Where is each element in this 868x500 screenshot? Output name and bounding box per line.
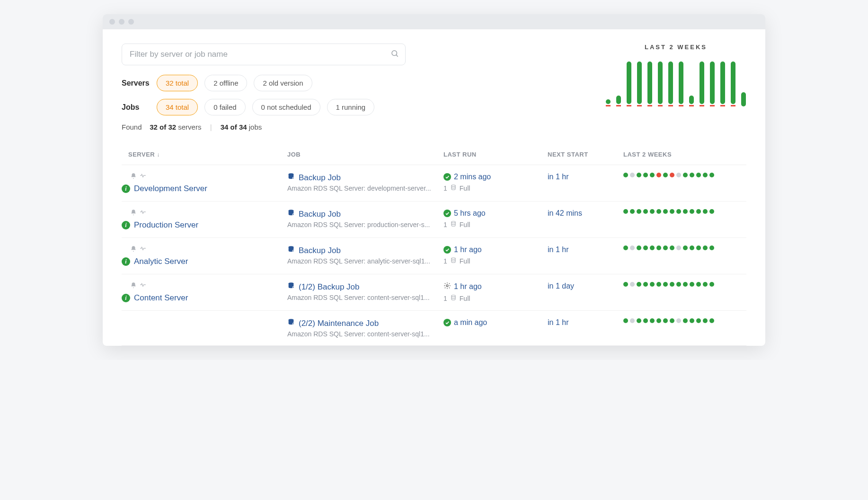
bell-icon[interactable] bbox=[130, 209, 137, 218]
check-icon bbox=[443, 173, 451, 181]
heartbeat-icon[interactable] bbox=[140, 173, 146, 181]
chart-bar-7 bbox=[678, 61, 684, 106]
history-dot bbox=[670, 282, 674, 287]
svg-point-0 bbox=[392, 51, 397, 56]
history-dot bbox=[630, 246, 635, 250]
history-dot bbox=[696, 173, 701, 177]
history-dot bbox=[696, 282, 701, 287]
job-filter-pill-1[interactable]: 0 failed bbox=[204, 99, 245, 115]
col-job[interactable]: JOB bbox=[287, 151, 443, 158]
bell-icon[interactable] bbox=[130, 246, 137, 254]
history-dot bbox=[670, 173, 674, 177]
history-dot bbox=[683, 246, 688, 250]
table-header: SERVER ↓ JOB LAST RUN NEXT START LAST 2 … bbox=[122, 142, 746, 165]
servers-filter-label: Servers bbox=[122, 79, 150, 88]
history-dot bbox=[676, 209, 681, 214]
svg-point-7 bbox=[452, 221, 455, 223]
database-icon bbox=[287, 173, 295, 183]
heartbeat-icon[interactable] bbox=[140, 209, 146, 218]
database-icon bbox=[287, 282, 295, 292]
history-dot bbox=[656, 209, 661, 214]
chart-bar-8 bbox=[689, 96, 694, 106]
server-link[interactable]: Development Server bbox=[134, 184, 207, 193]
sort-desc-icon: ↓ bbox=[157, 151, 160, 158]
search-input[interactable] bbox=[122, 44, 406, 65]
col-server[interactable]: SERVER ↓ bbox=[122, 151, 287, 158]
job-filter-pill-2[interactable]: 0 not scheduled bbox=[252, 99, 320, 115]
info-icon[interactable]: i bbox=[122, 257, 130, 266]
col-last-run[interactable]: LAST RUN bbox=[443, 151, 548, 158]
last-run-time[interactable]: 1 hr ago bbox=[454, 246, 482, 254]
history-dot bbox=[663, 209, 668, 214]
last-run-time[interactable]: a min ago bbox=[454, 318, 487, 327]
history-dot bbox=[643, 173, 648, 177]
history-dot bbox=[643, 318, 648, 323]
found-jobs-count: 34 of 34 bbox=[221, 123, 247, 131]
last-run-time[interactable]: 1 hr ago bbox=[454, 282, 482, 291]
history-dot bbox=[703, 318, 708, 323]
database-icon bbox=[287, 209, 295, 219]
job-link[interactable]: (2/2) Maintenance Job bbox=[299, 319, 379, 328]
last-run-time[interactable]: 5 hrs ago bbox=[454, 209, 486, 218]
col-next-start[interactable]: NEXT START bbox=[548, 151, 623, 158]
history-dot bbox=[663, 318, 668, 323]
server-link[interactable]: Content Server bbox=[134, 293, 188, 303]
search-icon[interactable] bbox=[390, 49, 399, 60]
info-icon[interactable]: i bbox=[122, 221, 130, 229]
history-dot bbox=[623, 173, 628, 177]
history-dot bbox=[676, 318, 681, 323]
job-link[interactable]: Backup Job bbox=[299, 210, 341, 219]
found-summary: Found 32 of 32 servers | 34 of 34 jobs bbox=[122, 123, 586, 131]
history-dot bbox=[656, 173, 661, 177]
history-dot bbox=[623, 282, 628, 287]
traffic-light-max[interactable] bbox=[128, 19, 134, 25]
history-dot bbox=[643, 282, 648, 287]
history-dot bbox=[690, 246, 694, 250]
stack-icon bbox=[450, 184, 457, 192]
server-filter-pill-0[interactable]: 32 total bbox=[157, 75, 198, 91]
job-filter-pill-0[interactable]: 34 total bbox=[157, 99, 198, 115]
run-sub-count: 1 bbox=[443, 221, 447, 228]
history-dot bbox=[637, 209, 641, 214]
job-link[interactable]: (1/2) Backup Job bbox=[299, 282, 360, 292]
job-link[interactable]: Backup Job bbox=[299, 246, 341, 255]
history-dot bbox=[696, 318, 701, 323]
info-icon[interactable]: i bbox=[122, 184, 130, 193]
last-run-time[interactable]: 2 mins ago bbox=[454, 173, 491, 181]
database-icon bbox=[287, 246, 295, 255]
svg-point-13 bbox=[446, 285, 448, 287]
history-dot bbox=[650, 282, 655, 287]
info-icon[interactable]: i bbox=[122, 294, 130, 302]
job-filter-pill-3[interactable]: 1 running bbox=[327, 99, 375, 115]
history-dot bbox=[656, 246, 661, 250]
server-link[interactable]: Analytic Server bbox=[134, 257, 188, 266]
history-dot bbox=[709, 173, 714, 177]
history-dot bbox=[690, 282, 694, 287]
server-link[interactable]: Production Server bbox=[134, 220, 198, 230]
table-row: iProduction ServerBackup JobAmazon RDS S… bbox=[122, 202, 746, 238]
chart-bar-6 bbox=[668, 61, 673, 106]
bell-icon[interactable] bbox=[130, 173, 137, 181]
history-dot bbox=[650, 318, 655, 323]
history-dot bbox=[623, 246, 628, 250]
chart-bar-12 bbox=[730, 61, 736, 106]
job-link[interactable]: Backup Job bbox=[299, 173, 341, 183]
col-last-2-weeks[interactable]: LAST 2 WEEKS bbox=[623, 151, 746, 158]
chart-bar-9 bbox=[699, 61, 705, 106]
table-row: iContent Server(1/2) Backup JobAmazon RD… bbox=[122, 274, 746, 311]
server-filter-pill-2[interactable]: 2 old version bbox=[254, 75, 312, 91]
chart-bars bbox=[605, 59, 746, 106]
history-dot bbox=[637, 246, 641, 250]
traffic-light-min[interactable] bbox=[119, 19, 124, 25]
heartbeat-icon[interactable] bbox=[140, 246, 146, 254]
heartbeat-icon[interactable] bbox=[140, 282, 146, 290]
stack-icon bbox=[450, 257, 457, 265]
svg-line-1 bbox=[396, 55, 398, 56]
bell-icon[interactable] bbox=[130, 282, 137, 290]
job-subtitle: Amazon RDS SQL Server: content-server-sq… bbox=[287, 330, 443, 338]
server-filter-pill-1[interactable]: 2 offline bbox=[204, 75, 247, 91]
table-row: iDevelopment ServerBackup JobAmazon RDS … bbox=[122, 165, 746, 202]
traffic-light-close[interactable] bbox=[109, 19, 115, 25]
history-dot bbox=[656, 282, 661, 287]
history-dot bbox=[690, 209, 694, 214]
